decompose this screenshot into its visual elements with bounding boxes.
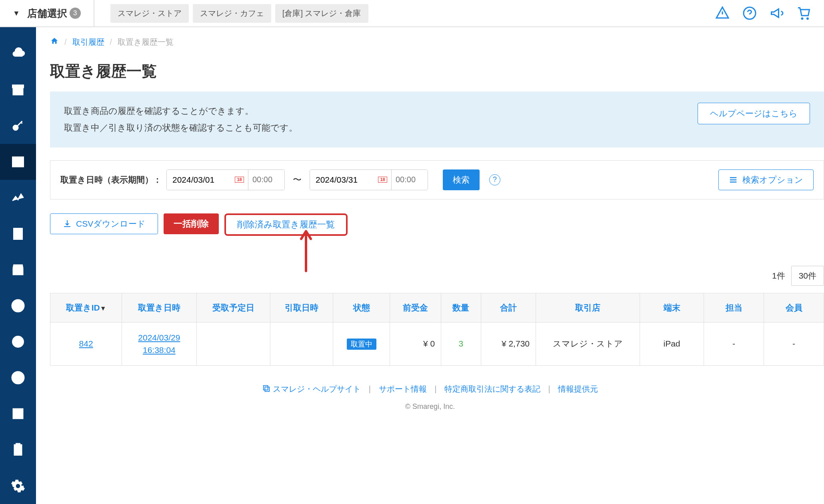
store-tab[interactable]: スマレジ・ストア [110, 4, 189, 23]
deleted-history-button[interactable]: 削除済み取置き履歴一覧 [224, 213, 348, 236]
sidebar-store-icon[interactable] [0, 252, 36, 288]
th-terminal[interactable]: 端末 [640, 293, 704, 322]
breadcrumb-sep: / [110, 38, 112, 47]
cart-icon[interactable] [796, 5, 812, 21]
action-bar: CSVダウンロード 一括削除 削除済み取置き履歴一覧 [36, 199, 824, 236]
search-help-icon[interactable]: ? [489, 174, 500, 185]
layout: / 取引履歴 / 取置き履歴一覧 取置き履歴一覧 取置き商品の履歴を確認すること… [0, 27, 824, 504]
help-icon[interactable] [742, 5, 758, 21]
cell-qty: 3 [441, 322, 481, 365]
sidebar-cloud-icon[interactable] [0, 36, 36, 72]
th-pickup-time[interactable]: 引取日時 [270, 293, 333, 322]
breadcrumb-link[interactable]: 取引履歴 [72, 37, 104, 48]
sidebar-key-icon[interactable] [0, 108, 36, 144]
time-to-input[interactable] [392, 170, 428, 190]
svg-rect-15 [19, 409, 23, 413]
id-link[interactable]: 842 [79, 339, 93, 348]
breadcrumb: / 取引履歴 / 取置き履歴一覧 [36, 27, 824, 56]
download-icon [62, 219, 72, 229]
th-total[interactable]: 合計 [481, 293, 536, 322]
table-header-row: 取置きID▼ 取置き日時 受取予定日 引取日時 状態 前受金 数量 合計 取引店… [50, 293, 824, 322]
th-member[interactable]: 会員 [764, 293, 824, 322]
th-deposit[interactable]: 前受金 [390, 293, 441, 322]
store-tab[interactable]: [倉庫] スマレジ・倉庫 [275, 4, 368, 23]
search-button[interactable]: 検索 [443, 169, 480, 190]
th-qty[interactable]: 数量 [441, 293, 481, 322]
store-tab[interactable]: スマレジ・カフェ [193, 4, 271, 23]
top-bar-left: ▼ 店舗選択 3 スマレジ・ストア スマレジ・カフェ [倉庫] スマレジ・倉庫 [0, 0, 368, 26]
th-store[interactable]: 取引店 [536, 293, 640, 322]
sidebar-analytics-icon[interactable] [0, 180, 36, 216]
dropdown-caret-icon: ▼ [13, 9, 20, 18]
cell-total: ¥ 2,730 [481, 322, 536, 365]
home-icon[interactable] [50, 37, 59, 48]
th-pickup-date[interactable]: 受取予定日 [196, 293, 270, 322]
store-selector[interactable]: ▼ 店舗選択 3 [0, 0, 94, 26]
menu-icon [729, 175, 738, 184]
th-datetime[interactable]: 取置き日時 [122, 293, 196, 322]
svg-point-13 [16, 375, 20, 378]
status-badge: 取置中 [347, 339, 376, 350]
date-from-group: 18 [166, 169, 285, 190]
cell-pickup-time [270, 322, 333, 365]
date-to-group: 18 [310, 169, 428, 190]
csv-download-button[interactable]: CSVダウンロード [50, 213, 158, 234]
date-from-input[interactable] [167, 170, 231, 190]
cell-status: 取置中 [333, 322, 390, 365]
sidebar-book-icon[interactable] [0, 144, 36, 180]
search-options-button[interactable]: 検索オプション [718, 169, 814, 190]
footer-help-link[interactable]: スマレジ・ヘルプサイト [273, 384, 361, 393]
cell-deposit: ¥ 0 [390, 322, 441, 365]
footer-source-link[interactable]: 情報提供元 [558, 384, 598, 393]
svg-rect-6 [16, 230, 20, 232]
calendar-icon[interactable]: 18 [374, 170, 392, 190]
info-text: 取置き商品の履歴を確認することができます。 取置き中／引き取り済の状態を確認する… [64, 103, 298, 136]
breadcrumb-sep: / [64, 38, 67, 47]
breadcrumb-current: 取置き履歴一覧 [118, 37, 174, 48]
alert-icon[interactable] [714, 5, 730, 21]
store-tabs: スマレジ・ストア スマレジ・カフェ [倉庫] スマレジ・倉庫 [94, 4, 368, 23]
pager: 1件 30件 [36, 236, 824, 293]
svg-point-11 [18, 341, 19, 343]
help-page-button[interactable]: ヘルプページはこちら [698, 103, 810, 124]
external-link-icon [262, 384, 271, 393]
sidebar-grid-icon[interactable] [0, 396, 36, 432]
cell-id: 842 [50, 322, 122, 365]
svg-point-3 [13, 126, 18, 130]
sidebar-clipboard-icon[interactable] [0, 432, 36, 468]
cell-terminal: iPad [640, 322, 704, 365]
date-to-input[interactable] [310, 170, 374, 190]
sidebar-user-icon[interactable] [0, 288, 36, 324]
sidebar-calculator-icon[interactable] [0, 216, 36, 252]
bulk-delete-button[interactable]: 一括削除 [164, 213, 219, 234]
info-box: 取置き商品の履歴を確認することができます。 取置き中／引き取り済の状態を確認する… [50, 92, 824, 147]
qty-value: 3 [459, 339, 464, 348]
th-status[interactable]: 状態 [333, 293, 390, 322]
sidebar-settings-icon[interactable] [0, 468, 36, 504]
store-select-label: 店舗選択 [27, 7, 67, 20]
sidebar-archive-icon[interactable] [0, 72, 36, 108]
page-size-select[interactable]: 30件 [791, 266, 824, 286]
footer-support-link[interactable]: サポート情報 [379, 384, 427, 393]
announcement-icon[interactable] [769, 5, 785, 21]
th-id[interactable]: 取置きID▼ [50, 293, 122, 322]
info-line2: 取置き中／引き取り済の状態を確認することも可能です。 [64, 120, 298, 136]
sidebar-target-icon[interactable] [0, 324, 36, 360]
svg-rect-17 [19, 414, 23, 419]
calendar-icon[interactable]: 18 [231, 170, 248, 190]
time-from-input[interactable] [248, 170, 284, 190]
footer-legal-link[interactable]: 特定商取引法に関する表記 [444, 384, 540, 393]
csv-label: CSVダウンロード [76, 218, 146, 229]
svg-rect-21 [265, 387, 269, 391]
range-separator: 〜 [290, 174, 305, 186]
sidebar-profile-icon[interactable] [0, 360, 36, 396]
svg-rect-16 [13, 414, 18, 419]
filter-label: 取置き日時（表示期間）： [60, 174, 162, 185]
datetime-link[interactable]: 2024/03/29 16:38:04 [138, 333, 180, 355]
sidebar [0, 27, 36, 504]
th-staff[interactable]: 担当 [704, 293, 764, 322]
result-count: 1件 [772, 270, 785, 281]
cell-staff: - [704, 322, 764, 365]
svg-point-8 [16, 302, 20, 306]
svg-rect-2 [13, 88, 23, 95]
